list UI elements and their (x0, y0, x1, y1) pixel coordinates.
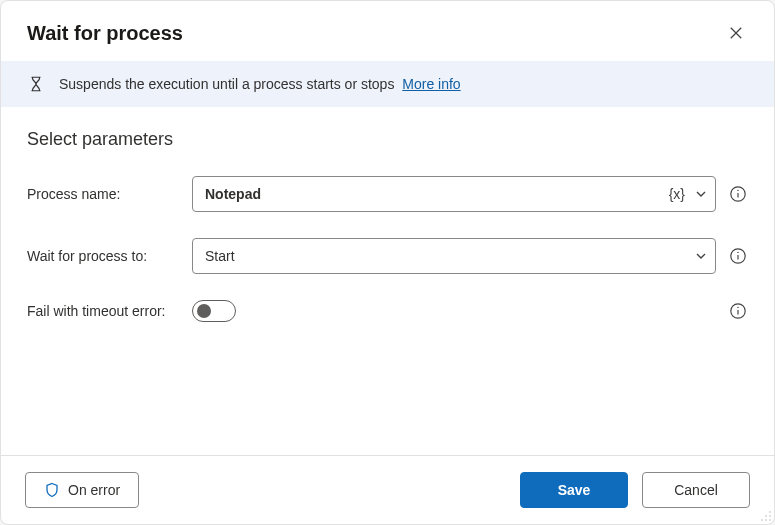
banner-text-label: Suspends the execution until a process s… (59, 76, 394, 92)
save-label: Save (558, 482, 591, 498)
process-name-row: Process name: Notepad {x} (27, 176, 748, 212)
svg-point-4 (737, 190, 738, 191)
dialog-footer: On error Save Cancel (1, 455, 774, 524)
shield-icon (44, 482, 60, 498)
svg-point-12 (765, 515, 767, 517)
variable-token-icon[interactable]: {x} (669, 186, 685, 202)
info-icon (729, 302, 747, 320)
process-name-info-button[interactable] (728, 184, 748, 204)
banner-text: Suspends the execution until a process s… (59, 76, 461, 92)
process-name-combo[interactable]: Notepad {x} (192, 176, 716, 212)
wait-for-row: Wait for process to: Start (27, 238, 748, 274)
svg-point-15 (765, 519, 767, 521)
info-icon (729, 185, 747, 203)
cancel-button[interactable]: Cancel (642, 472, 750, 508)
save-button[interactable]: Save (520, 472, 628, 508)
dialog-title: Wait for process (27, 22, 183, 45)
toggle-knob (197, 304, 211, 318)
info-icon (729, 247, 747, 265)
close-button[interactable] (722, 19, 750, 47)
svg-point-13 (769, 515, 771, 517)
on-error-button[interactable]: On error (25, 472, 139, 508)
wait-for-label: Wait for process to: (27, 248, 192, 264)
svg-point-11 (769, 511, 771, 513)
section-title: Select parameters (27, 129, 748, 150)
wait-for-info-button[interactable] (728, 246, 748, 266)
svg-point-14 (761, 519, 763, 521)
chevron-down-icon (695, 188, 707, 200)
fail-timeout-row: Fail with timeout error: (27, 300, 748, 322)
svg-point-10 (737, 307, 738, 308)
fail-timeout-label: Fail with timeout error: (27, 303, 192, 319)
wait-for-process-dialog: Wait for process Suspends the execution … (0, 0, 775, 525)
svg-point-7 (737, 252, 738, 253)
wait-for-value: Start (205, 248, 235, 264)
svg-point-16 (769, 519, 771, 521)
hourglass-icon (27, 75, 45, 93)
on-error-label: On error (68, 482, 120, 498)
chevron-down-icon (695, 250, 707, 262)
close-icon (729, 26, 743, 40)
resize-grip-icon[interactable] (760, 510, 772, 522)
fail-timeout-info-button[interactable] (728, 301, 748, 321)
process-name-value: Notepad (205, 186, 261, 202)
dialog-header: Wait for process (1, 1, 774, 61)
cancel-label: Cancel (674, 482, 718, 498)
process-name-label: Process name: (27, 186, 192, 202)
more-info-link[interactable]: More info (402, 76, 460, 92)
wait-for-combo[interactable]: Start (192, 238, 716, 274)
fail-timeout-toggle[interactable] (192, 300, 236, 322)
dialog-body: Select parameters Process name: Notepad … (1, 107, 774, 455)
info-banner: Suspends the execution until a process s… (1, 61, 774, 107)
